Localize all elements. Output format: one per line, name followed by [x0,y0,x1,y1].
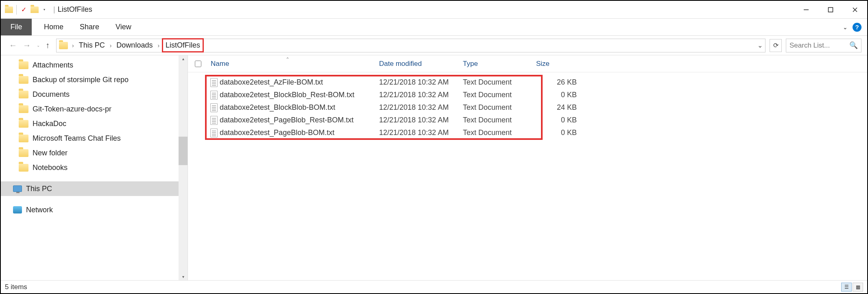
back-button[interactable]: ← [9,41,17,50]
folder-icon [19,164,28,172]
file-list-pane: ⌃Name Date modified Type Size databoxe2e… [188,55,867,280]
file-row[interactable]: databoxe2etest_PageBlob_Rest-BOM.txt12/2… [188,114,867,126]
file-type: Text Document [463,78,536,87]
chevron-right-icon[interactable]: › [72,42,74,49]
file-row[interactable]: databoxe2etest_PageBlob-BOM.txt12/21/201… [188,126,867,139]
file-date: 12/21/2018 10:32 AM [379,78,463,87]
details-view-button[interactable]: ☰ [841,283,852,292]
navigation-pane: Attachments Backup of storsimple Git rep… [1,55,188,280]
column-header-date[interactable]: Date modified [379,60,463,68]
file-name: databoxe2etest_BlockBlob_Rest-BOM.txt [220,91,379,99]
file-name: databoxe2etest_BlockBlob-BOM.txt [220,103,379,112]
file-type: Text Document [463,116,536,124]
text-file-icon [210,128,218,137]
address-dropdown-icon[interactable]: ⌄ [757,41,763,49]
column-headers: ⌃Name Date modified Type Size [188,55,867,72]
title-separator: | [53,5,55,14]
sidebar-item-new-folder[interactable]: New folder [1,146,188,160]
sidebar-item-backup[interactable]: Backup of storsimple Git repo [1,72,188,87]
search-icon: 🔍 [849,41,858,50]
history-dropdown-icon[interactable]: ⌄ [37,43,40,48]
folder-icon [59,42,68,49]
scroll-down-icon[interactable]: ▾ [179,273,188,280]
help-icon[interactable]: ? [853,23,861,32]
folder-icon [5,7,13,13]
text-file-icon [210,78,218,87]
text-file-icon [210,103,218,112]
sidebar-item-documents[interactable]: Documents [1,87,188,102]
up-button[interactable]: ↑ [46,41,50,50]
search-placeholder: Search List... [789,41,830,50]
scroll-up-icon[interactable]: ▴ [179,55,188,62]
file-size: 24 KB [536,103,581,112]
sidebar-item-this-pc[interactable]: This PC [1,181,188,196]
file-type: Text Document [463,103,536,112]
status-text: 5 items [5,283,27,291]
breadcrumb-downloads[interactable]: Downloads [114,39,155,51]
network-icon [13,206,22,213]
file-size: 0 KB [536,116,581,124]
qat-dropdown-icon[interactable]: ▾ [42,8,47,11]
file-name: databoxe2etest_AzFile-BOM.txt [220,78,379,87]
file-tab[interactable]: File [1,19,32,35]
status-bar: 5 items ☰ ▦ [1,280,867,293]
title-bar: ✓ ▾ | ListOfFiles [1,1,867,19]
file-size: 0 KB [536,91,581,99]
text-file-icon [210,116,218,125]
ribbon-expand-icon[interactable]: ⌄ [843,24,848,30]
scroll-thumb[interactable] [179,137,188,165]
chevron-right-icon[interactable]: › [110,42,112,49]
folder-icon [19,105,28,113]
breadcrumb-current[interactable]: ListOfFiles [162,38,204,52]
text-file-icon [210,91,218,100]
tab-home[interactable]: Home [44,23,63,31]
folder-icon [19,120,28,128]
pc-icon [13,185,22,192]
minimize-button[interactable] [794,1,818,18]
tab-view[interactable]: View [116,23,131,31]
file-size: 26 KB [536,78,581,87]
column-header-size[interactable]: Size [536,60,581,68]
refresh-button[interactable]: ⟳ [770,39,782,52]
file-type: Text Document [463,91,536,99]
file-date: 12/21/2018 10:32 AM [379,103,463,112]
tab-share[interactable]: Share [80,23,99,31]
search-input[interactable]: Search List... 🔍 [786,39,861,52]
column-header-type[interactable]: Type [463,60,536,68]
ribbon: File Home Share View ⌄ ? [1,19,867,36]
sidebar-item-attachments[interactable]: Attachments [1,58,188,72]
file-date: 12/21/2018 10:32 AM [379,128,463,137]
sidebar-item-git-token[interactable]: Git-Token-azure-docs-pr [1,102,188,116]
file-name: databoxe2etest_PageBlob_Rest-BOM.txt [220,116,379,124]
maximize-button[interactable] [818,1,843,18]
select-all-checkbox[interactable] [195,61,201,67]
breadcrumb-this-pc[interactable]: This PC [76,39,107,51]
quick-access-toolbar: ✓ ▾ [1,1,51,18]
folder-icon [19,135,28,142]
forward-button[interactable]: → [23,41,31,50]
file-row[interactable]: databoxe2etest_BlockBlob_Rest-BOM.txt12/… [188,89,867,101]
file-row[interactable]: databoxe2etest_BlockBlob-BOM.txt12/21/20… [188,101,867,114]
window-title: ListOfFiles [58,5,92,14]
properties-icon[interactable]: ✓ [20,6,27,13]
close-button[interactable] [843,1,867,18]
address-bar[interactable]: › This PC › Downloads › ListOfFiles ⌄ [56,39,765,52]
sidebar-scrollbar[interactable]: ▴ ▾ [179,55,188,280]
file-row[interactable]: databoxe2etest_AzFile-BOM.txt12/21/2018 … [188,76,867,89]
file-size: 0 KB [536,128,581,137]
file-date: 12/21/2018 10:32 AM [379,116,463,124]
file-name: databoxe2etest_PageBlob-BOM.txt [220,128,379,137]
divider [16,5,17,15]
folder-icon [19,91,28,98]
column-header-name[interactable]: ⌃Name [208,60,379,68]
sidebar-item-notebooks[interactable]: Notebooks [1,160,188,175]
icons-view-button[interactable]: ▦ [853,283,863,292]
folder-icon [19,149,28,157]
chevron-right-icon[interactable]: › [157,42,159,49]
new-folder-icon[interactable] [31,7,39,13]
sidebar-item-network[interactable]: Network [1,203,188,217]
file-type: Text Document [463,128,536,137]
sidebar-item-teams[interactable]: Microsoft Teams Chat Files [1,131,188,146]
sidebar-item-hackadoc[interactable]: HackaDoc [1,116,188,131]
file-date: 12/21/2018 10:32 AM [379,91,463,99]
